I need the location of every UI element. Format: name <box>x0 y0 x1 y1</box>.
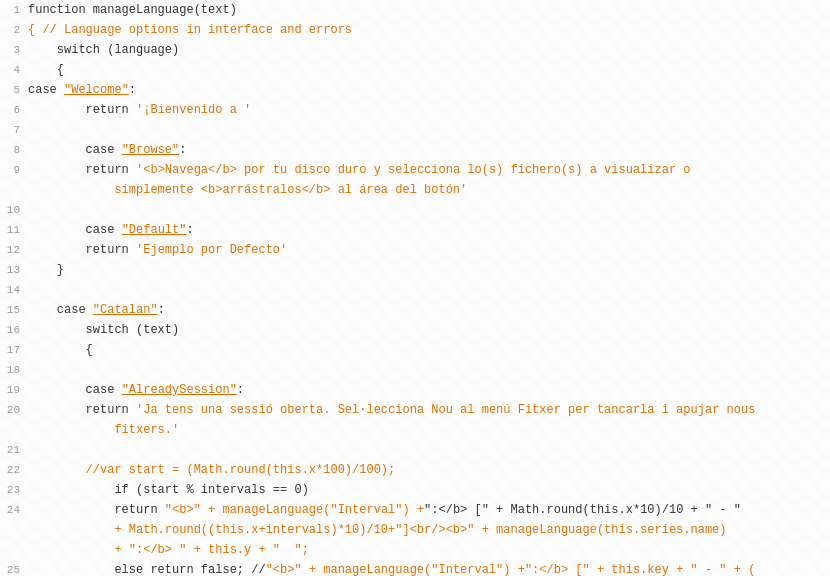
code-line: + Math.round((this.x+intervals)*10)/10+"… <box>0 520 830 540</box>
line-number: 22 <box>0 461 28 479</box>
line-number: 2 <box>0 21 28 39</box>
line-number: 24 <box>0 501 28 519</box>
line-content: case "Welcome": <box>28 81 830 99</box>
line-content: else return false; //"<b>" + manageLangu… <box>28 561 830 576</box>
line-number: 4 <box>0 61 28 79</box>
line-content: return "<b>" + manageLanguage("Interval"… <box>28 501 830 519</box>
line-content: function manageLanguage(text) <box>28 1 830 19</box>
line-number: 20 <box>0 401 28 419</box>
code-line: 17 { <box>0 340 830 360</box>
line-content: { <box>28 341 830 359</box>
line-content: } <box>28 261 830 279</box>
code-line: 5case "Welcome": <box>0 80 830 100</box>
line-content: return '<b>Navega</b> por tu disco duro … <box>28 161 830 179</box>
code-line: 23 if (start % intervals == 0) <box>0 480 830 500</box>
line-content: if (start % intervals == 0) <box>28 481 830 499</box>
code-line: 9 return '<b>Navega</b> por tu disco dur… <box>0 160 830 180</box>
code-line: 2{ // Language options in interface and … <box>0 20 830 40</box>
line-number: 5 <box>0 81 28 99</box>
line-number: 10 <box>0 201 28 219</box>
code-container: 1function manageLanguage(text)2{ // Lang… <box>0 0 830 576</box>
line-number: 25 <box>0 561 28 576</box>
code-line: 3 switch (language) <box>0 40 830 60</box>
line-number: 18 <box>0 361 28 379</box>
line-number: 1 <box>0 1 28 19</box>
line-content: return 'Ja tens una sessió oberta. Sel·l… <box>28 401 830 419</box>
code-line: 4 { <box>0 60 830 80</box>
code-line: 13 } <box>0 260 830 280</box>
line-content: case "Default": <box>28 221 830 239</box>
code-line: 6 return '¡Bienvenido a ' <box>0 100 830 120</box>
code-line: 12 return 'Ejemplo por Defecto' <box>0 240 830 260</box>
line-content: { <box>28 61 830 79</box>
line-number: 11 <box>0 221 28 239</box>
code-line: 19 case "AlreadySession": <box>0 380 830 400</box>
line-content: //var start = (Math.round(this.x*100)/10… <box>28 461 830 479</box>
code-line: + ":</b> " + this.y + " "; <box>0 540 830 560</box>
code-line: 25 else return false; //"<b>" + manageLa… <box>0 560 830 576</box>
code-line: 22 //var start = (Math.round(this.x*100)… <box>0 460 830 480</box>
line-number: 13 <box>0 261 28 279</box>
line-number: 9 <box>0 161 28 179</box>
code-line: fitxers.' <box>0 420 830 440</box>
line-number: 7 <box>0 121 28 139</box>
code-line: 18 <box>0 360 830 380</box>
code-line: 1function manageLanguage(text) <box>0 0 830 20</box>
line-number: 21 <box>0 441 28 459</box>
line-number: 15 <box>0 301 28 319</box>
line-content: simplemente <b>arrástralos</b> al área d… <box>28 181 830 199</box>
line-number: 16 <box>0 321 28 339</box>
line-number: 3 <box>0 41 28 59</box>
line-number: 14 <box>0 281 28 299</box>
code-line: 21 <box>0 440 830 460</box>
line-content: case "Catalan": <box>28 301 830 319</box>
code-line: 11 case "Default": <box>0 220 830 240</box>
code-line: simplemente <b>arrástralos</b> al área d… <box>0 180 830 200</box>
line-content: case "Browse": <box>28 141 830 159</box>
line-number: 12 <box>0 241 28 259</box>
code-line: 10 <box>0 200 830 220</box>
line-content: + ":</b> " + this.y + " "; <box>28 541 830 559</box>
code-line: 15 case "Catalan": <box>0 300 830 320</box>
line-content: switch (language) <box>28 41 830 59</box>
line-content: case "AlreadySession": <box>28 381 830 399</box>
line-content: return 'Ejemplo por Defecto' <box>28 241 830 259</box>
code-area: 1function manageLanguage(text)2{ // Lang… <box>0 0 830 576</box>
code-line: 7 <box>0 120 830 140</box>
line-number: 19 <box>0 381 28 399</box>
line-content: { // Language options in interface and e… <box>28 21 830 39</box>
code-line: 20 return 'Ja tens una sessió oberta. Se… <box>0 400 830 420</box>
line-content: fitxers.' <box>28 421 830 439</box>
line-content: + Math.round((this.x+intervals)*10)/10+"… <box>28 521 830 539</box>
line-number: 17 <box>0 341 28 359</box>
line-number: 23 <box>0 481 28 499</box>
code-line: 8 case "Browse": <box>0 140 830 160</box>
line-content: return '¡Bienvenido a ' <box>28 101 830 119</box>
code-line: 16 switch (text) <box>0 320 830 340</box>
line-content: switch (text) <box>28 321 830 339</box>
line-number: 8 <box>0 141 28 159</box>
line-number: 6 <box>0 101 28 119</box>
code-line: 24 return "<b>" + manageLanguage("Interv… <box>0 500 830 520</box>
code-line: 14 <box>0 280 830 300</box>
